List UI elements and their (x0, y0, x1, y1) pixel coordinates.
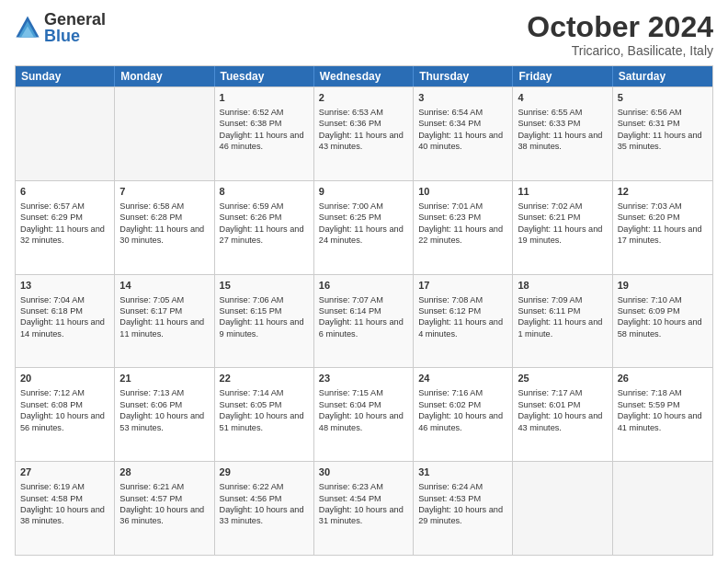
day-number: 23 (319, 372, 408, 385)
calendar-row: 6Sunrise: 6:57 AM Sunset: 6:29 PM Daylig… (16, 180, 712, 274)
calendar-row: 27Sunrise: 6:19 AM Sunset: 4:58 PM Dayli… (16, 461, 712, 555)
calendar-day: 12Sunrise: 7:03 AM Sunset: 6:20 PM Dayli… (613, 181, 712, 274)
calendar-day: 3Sunrise: 6:54 AM Sunset: 6:34 PM Daylig… (414, 87, 513, 180)
day-info: Sunrise: 6:53 AM Sunset: 6:36 PM Dayligh… (319, 108, 406, 151)
calendar-day: 26Sunrise: 7:18 AM Sunset: 5:59 PM Dayli… (613, 368, 712, 461)
weekday-header: Sunday (16, 66, 115, 86)
day-number: 1 (220, 91, 309, 105)
day-number: 9 (319, 185, 408, 199)
day-number: 12 (618, 185, 708, 199)
calendar-day: 30Sunrise: 6:23 AM Sunset: 4:54 PM Dayli… (314, 462, 414, 555)
day-number: 20 (20, 372, 109, 385)
page: General Blue October 2024 Tricarico, Bas… (0, 0, 728, 563)
day-info: Sunrise: 7:05 AM Sunset: 6:17 PM Dayligh… (119, 295, 207, 339)
day-info: Sunrise: 7:12 AM Sunset: 6:08 PM Dayligh… (20, 388, 108, 431)
calendar-day: 27Sunrise: 6:19 AM Sunset: 4:58 PM Dayli… (16, 462, 115, 555)
day-info: Sunrise: 7:13 AM Sunset: 6:06 PM Dayligh… (119, 388, 207, 431)
day-number: 3 (418, 91, 507, 105)
day-info: Sunrise: 7:08 AM Sunset: 6:12 PM Dayligh… (418, 295, 506, 339)
header: General Blue October 2024 Tricarico, Bas… (15, 11, 713, 58)
weekday-header: Friday (513, 66, 612, 86)
calendar-day: 13Sunrise: 7:04 AM Sunset: 6:18 PM Dayli… (16, 275, 115, 368)
day-info: Sunrise: 6:21 AM Sunset: 4:57 PM Dayligh… (119, 482, 207, 525)
day-info: Sunrise: 6:55 AM Sunset: 6:33 PM Dayligh… (518, 108, 605, 151)
day-info: Sunrise: 7:17 AM Sunset: 6:01 PM Dayligh… (518, 388, 605, 431)
weekday-header: Monday (115, 66, 214, 86)
title-block: October 2024 Tricarico, Basilicate, Ital… (527, 11, 713, 58)
calendar-body: 1Sunrise: 6:52 AM Sunset: 6:38 PM Daylig… (16, 86, 712, 555)
day-info: Sunrise: 7:10 AM Sunset: 6:09 PM Dayligh… (618, 295, 705, 339)
calendar-day: 15Sunrise: 7:06 AM Sunset: 6:15 PM Dayli… (215, 275, 314, 368)
calendar-day: 19Sunrise: 7:10 AM Sunset: 6:09 PM Dayli… (613, 275, 712, 368)
day-number: 10 (418, 185, 507, 199)
day-info: Sunrise: 6:59 AM Sunset: 6:26 PM Dayligh… (220, 201, 307, 245)
calendar-day: 7Sunrise: 6:58 AM Sunset: 6:28 PM Daylig… (115, 181, 214, 274)
day-number: 27 (20, 465, 109, 479)
calendar-empty (513, 462, 612, 555)
day-number: 14 (119, 279, 209, 293)
weekday-header: Thursday (414, 66, 513, 86)
calendar-day: 23Sunrise: 7:15 AM Sunset: 6:04 PM Dayli… (314, 368, 414, 461)
day-number: 13 (20, 279, 109, 293)
day-number: 7 (119, 185, 209, 199)
calendar: SundayMondayTuesdayWednesdayThursdayFrid… (15, 65, 713, 556)
day-info: Sunrise: 6:19 AM Sunset: 4:58 PM Dayligh… (20, 482, 108, 525)
calendar-day: 10Sunrise: 7:01 AM Sunset: 6:23 PM Dayli… (414, 181, 513, 274)
calendar-day: 24Sunrise: 7:16 AM Sunset: 6:02 PM Dayli… (414, 368, 513, 461)
calendar-empty (613, 462, 712, 555)
day-number: 26 (618, 372, 708, 385)
calendar-day: 28Sunrise: 6:21 AM Sunset: 4:57 PM Dayli… (115, 462, 214, 555)
day-number: 16 (319, 279, 408, 293)
day-info: Sunrise: 6:54 AM Sunset: 6:34 PM Dayligh… (418, 108, 506, 151)
day-info: Sunrise: 7:16 AM Sunset: 6:02 PM Dayligh… (418, 388, 506, 431)
day-info: Sunrise: 7:06 AM Sunset: 6:15 PM Dayligh… (220, 295, 307, 339)
weekday-header: Saturday (613, 66, 712, 86)
day-number: 28 (119, 465, 209, 479)
calendar-day: 2Sunrise: 6:53 AM Sunset: 6:36 PM Daylig… (314, 87, 414, 180)
day-info: Sunrise: 6:56 AM Sunset: 6:31 PM Dayligh… (618, 108, 705, 151)
day-number: 25 (518, 372, 607, 385)
day-number: 4 (518, 91, 607, 105)
calendar-empty (115, 87, 214, 180)
day-info: Sunrise: 7:07 AM Sunset: 6:14 PM Dayligh… (319, 295, 406, 339)
day-number: 29 (220, 465, 309, 479)
calendar-row: 20Sunrise: 7:12 AM Sunset: 6:08 PM Dayli… (16, 367, 712, 461)
day-info: Sunrise: 7:14 AM Sunset: 6:05 PM Dayligh… (220, 388, 307, 431)
day-info: Sunrise: 7:04 AM Sunset: 6:18 PM Dayligh… (20, 295, 108, 339)
calendar-day: 14Sunrise: 7:05 AM Sunset: 6:17 PM Dayli… (115, 275, 214, 368)
logo-text: General Blue (44, 11, 106, 44)
calendar-day: 5Sunrise: 6:56 AM Sunset: 6:31 PM Daylig… (613, 87, 712, 180)
day-info: Sunrise: 6:24 AM Sunset: 4:53 PM Dayligh… (418, 482, 506, 525)
logo-icon (15, 15, 40, 40)
day-number: 6 (20, 185, 109, 199)
calendar-day: 6Sunrise: 6:57 AM Sunset: 6:29 PM Daylig… (16, 181, 115, 274)
calendar-day: 4Sunrise: 6:55 AM Sunset: 6:33 PM Daylig… (513, 87, 612, 180)
logo-blue: Blue (44, 28, 106, 44)
weekday-header: Wednesday (314, 66, 414, 86)
calendar-day: 25Sunrise: 7:17 AM Sunset: 6:01 PM Dayli… (513, 368, 612, 461)
calendar-day: 11Sunrise: 7:02 AM Sunset: 6:21 PM Dayli… (513, 181, 612, 274)
weekday-header: Tuesday (215, 66, 314, 86)
day-number: 18 (518, 279, 607, 293)
day-info: Sunrise: 6:58 AM Sunset: 6:28 PM Dayligh… (119, 201, 207, 245)
day-number: 31 (418, 465, 507, 479)
day-info: Sunrise: 6:22 AM Sunset: 4:56 PM Dayligh… (220, 482, 307, 525)
day-info: Sunrise: 6:57 AM Sunset: 6:29 PM Dayligh… (20, 201, 108, 245)
calendar-day: 22Sunrise: 7:14 AM Sunset: 6:05 PM Dayli… (215, 368, 314, 461)
day-info: Sunrise: 7:03 AM Sunset: 6:20 PM Dayligh… (618, 201, 705, 245)
calendar-row: 1Sunrise: 6:52 AM Sunset: 6:38 PM Daylig… (16, 86, 712, 180)
day-info: Sunrise: 7:01 AM Sunset: 6:23 PM Dayligh… (418, 201, 506, 245)
day-number: 8 (220, 185, 309, 199)
day-number: 22 (220, 372, 309, 385)
day-number: 2 (319, 91, 408, 105)
day-number: 5 (618, 91, 708, 105)
calendar-day: 29Sunrise: 6:22 AM Sunset: 4:56 PM Dayli… (215, 462, 314, 555)
day-info: Sunrise: 7:18 AM Sunset: 5:59 PM Dayligh… (618, 388, 705, 431)
calendar-day: 21Sunrise: 7:13 AM Sunset: 6:06 PM Dayli… (115, 368, 214, 461)
calendar-day: 18Sunrise: 7:09 AM Sunset: 6:11 PM Dayli… (513, 275, 612, 368)
calendar-day: 31Sunrise: 6:24 AM Sunset: 4:53 PM Dayli… (414, 462, 513, 555)
day-info: Sunrise: 6:23 AM Sunset: 4:54 PM Dayligh… (319, 482, 406, 525)
day-info: Sunrise: 7:00 AM Sunset: 6:25 PM Dayligh… (319, 201, 406, 245)
day-number: 15 (220, 279, 309, 293)
logo: General Blue (15, 11, 106, 44)
